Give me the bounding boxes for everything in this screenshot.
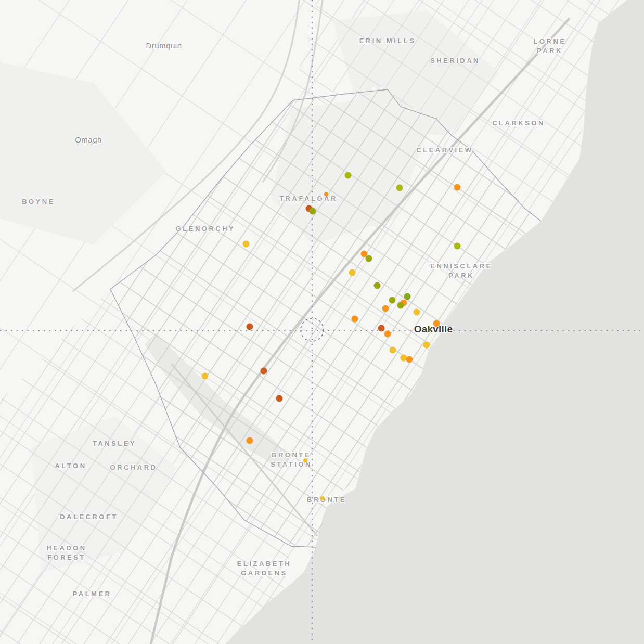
data-point-marker[interactable] [345,172,352,179]
data-point-marker[interactable] [366,255,372,262]
data-point-marker[interactable] [396,185,403,191]
data-point-marker[interactable] [352,316,358,323]
data-point-marker[interactable] [406,356,413,363]
data-point-marker[interactable] [310,208,316,215]
data-point-marker[interactable] [374,282,381,289]
data-point-marker[interactable] [276,395,283,402]
data-point-marker[interactable] [261,368,267,375]
map-canvas[interactable]: DrumquinOmaghBOYNEERIN MILLSSHERIDANLORN… [0,0,644,644]
basemap [0,0,644,644]
data-point-marker[interactable] [454,243,461,250]
data-point-marker[interactable] [303,458,307,462]
data-point-marker[interactable] [397,302,404,309]
data-point-marker[interactable] [349,269,356,276]
data-point-marker[interactable] [378,325,385,332]
data-point-marker[interactable] [247,437,253,444]
data-point-marker[interactable] [382,305,389,312]
data-point-marker[interactable] [414,309,420,316]
data-point-marker[interactable] [389,297,396,304]
data-point-marker[interactable] [404,293,411,300]
data-point-marker[interactable] [324,192,328,196]
data-point-marker[interactable] [433,320,440,327]
data-point-marker[interactable] [320,496,325,500]
data-point-marker[interactable] [423,342,430,349]
data-point-marker[interactable] [390,347,396,354]
data-point-marker[interactable] [243,241,250,248]
data-point-marker[interactable] [247,324,253,330]
data-point-marker[interactable] [202,373,209,380]
data-point-marker[interactable] [454,184,461,191]
data-point-marker[interactable] [384,331,391,338]
